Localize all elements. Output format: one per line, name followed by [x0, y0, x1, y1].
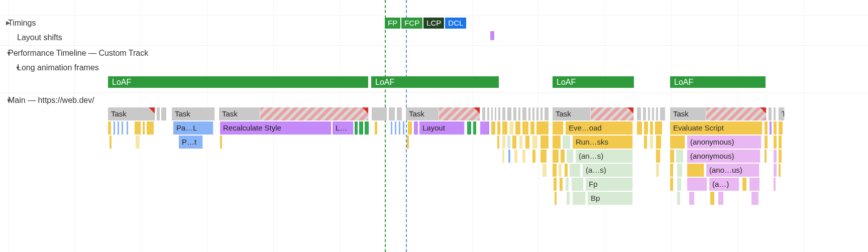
anonymous-entry[interactable]: (anonymous) [687, 150, 761, 163]
flame-sliver[interactable] [157, 107, 160, 120]
flame-sliver[interactable] [656, 150, 660, 163]
flame-sliver[interactable] [136, 136, 140, 149]
flame-sliver[interactable] [540, 107, 542, 120]
flame-sliver[interactable] [127, 121, 128, 135]
flame-sliver[interactable] [522, 107, 526, 120]
flame-sliver[interactable] [514, 150, 517, 163]
flame-sliver[interactable] [656, 136, 661, 149]
flame-sliver[interactable] [554, 178, 557, 191]
lcp-badge[interactable]: LCP [423, 18, 444, 29]
flame-sliver[interactable] [770, 121, 772, 135]
flame-sliver[interactable] [515, 121, 520, 135]
layout-entry[interactable]: Layout [419, 121, 465, 135]
flame-entry[interactable] [567, 150, 574, 163]
long-task-hatch[interactable] [439, 107, 480, 120]
flame-sliver[interactable] [512, 136, 516, 149]
task-entry[interactable]: Task [553, 107, 591, 120]
flame-sliver[interactable] [161, 107, 166, 120]
flame-sliver[interactable] [480, 121, 489, 135]
parse-html-entry[interactable]: Pa…L [173, 121, 213, 135]
recalc-style-entry[interactable]: Recalculate Style [220, 121, 332, 135]
flame-sliver[interactable] [532, 150, 535, 163]
flame-sliver[interactable] [220, 136, 222, 149]
fp-entry[interactable]: Fp [586, 178, 633, 191]
flame-sliver[interactable] [495, 107, 496, 120]
flame-sliver[interactable] [774, 164, 777, 177]
flame-sliver[interactable] [567, 192, 570, 205]
flame-sliver[interactable] [114, 121, 115, 135]
flame-sliver[interactable] [522, 121, 528, 135]
flame-sliver[interactable] [655, 121, 662, 135]
event-load-entry[interactable]: Eve…oad [566, 121, 633, 135]
flame-sliver[interactable] [643, 107, 646, 120]
flame-sliver[interactable] [491, 121, 495, 135]
flame-sliver[interactable] [656, 107, 658, 120]
loaf-bar[interactable]: LoAF [371, 76, 499, 88]
flame-sliver[interactable] [637, 121, 642, 135]
flame-sliver[interactable] [407, 136, 409, 149]
flame-sliver[interactable] [540, 150, 547, 163]
flame-sliver[interactable] [676, 150, 683, 163]
flame-sliver[interactable] [372, 107, 387, 120]
flame-entry[interactable] [572, 178, 584, 191]
flame-sliver[interactable] [542, 164, 547, 177]
pt-entry[interactable]: P…t [179, 136, 203, 149]
flame-sliver[interactable] [389, 107, 395, 120]
flame-sliver[interactable] [532, 107, 534, 120]
flame-sliver[interactable] [540, 136, 549, 149]
flame-sliver[interactable] [751, 192, 758, 205]
flame-sliver[interactable] [497, 136, 499, 149]
task-entry[interactable]: Task [172, 107, 215, 120]
long-task-hatch[interactable] [260, 107, 369, 120]
layout-short-entry[interactable]: L… [333, 121, 354, 135]
flame-sliver[interactable] [656, 164, 659, 177]
flame-sliver[interactable] [670, 150, 674, 163]
flame-sliver[interactable] [779, 164, 781, 177]
anous-entry[interactable]: (ano…us) [706, 164, 759, 177]
flame-sliver[interactable] [525, 136, 529, 149]
flame-sliver[interactable] [742, 178, 746, 191]
disclosure-down-icon[interactable]: ▼ [0, 50, 6, 56]
flame-sliver[interactable] [774, 107, 776, 120]
flame-sliver[interactable] [507, 107, 511, 120]
flame-sliver[interactable] [749, 178, 759, 191]
flame-sliver[interactable] [473, 121, 476, 135]
flame-sliver[interactable] [677, 192, 680, 205]
run-tasks-entry[interactable]: Run…sks [573, 136, 633, 149]
fcp-badge[interactable]: FCP [401, 18, 422, 29]
flame-entry[interactable] [687, 164, 704, 177]
flame-sliver[interactable] [497, 121, 500, 135]
flame-sliver[interactable] [566, 178, 569, 191]
flame-sliver[interactable] [509, 121, 513, 135]
flame-sliver[interactable] [555, 192, 557, 205]
flame-sliver[interactable] [507, 136, 510, 149]
task-entry[interactable]: Task [406, 107, 439, 120]
flame-sliver[interactable] [519, 136, 522, 149]
layout-shift-marker[interactable] [490, 31, 494, 40]
flame-sliver[interactable] [765, 150, 767, 163]
flame-sliver[interactable] [644, 121, 648, 135]
flame-sliver[interactable] [648, 107, 650, 120]
flame-sliver[interactable] [375, 121, 377, 135]
task-entry[interactable]: Task [108, 107, 155, 120]
flame-sliver[interactable] [765, 136, 768, 149]
flame-sliver[interactable] [779, 121, 783, 135]
flame-sliver[interactable] [710, 192, 714, 205]
flame-sliver[interactable] [670, 178, 673, 191]
flame-sliver[interactable] [110, 136, 112, 149]
flame-sliver[interactable] [774, 150, 777, 163]
flame-sliver[interactable] [650, 136, 653, 149]
dcl-badge[interactable]: DCL [445, 18, 466, 29]
flame-sliver[interactable] [779, 150, 782, 163]
flame-sliver[interactable] [135, 121, 141, 135]
flame-sliver[interactable] [532, 136, 537, 149]
flame-sliver[interactable] [774, 136, 777, 149]
flame-entry[interactable] [570, 164, 581, 177]
disclosure-right-icon[interactable]: ▶ [0, 20, 6, 26]
task-entry[interactable]: Task [670, 107, 706, 120]
flame-sliver[interactable] [561, 150, 565, 163]
flame-sliver[interactable] [553, 150, 559, 163]
flame-sliver[interactable] [765, 121, 768, 135]
flame-sliver[interactable] [147, 121, 154, 135]
loaf-bar[interactable]: LoAF [670, 76, 766, 88]
